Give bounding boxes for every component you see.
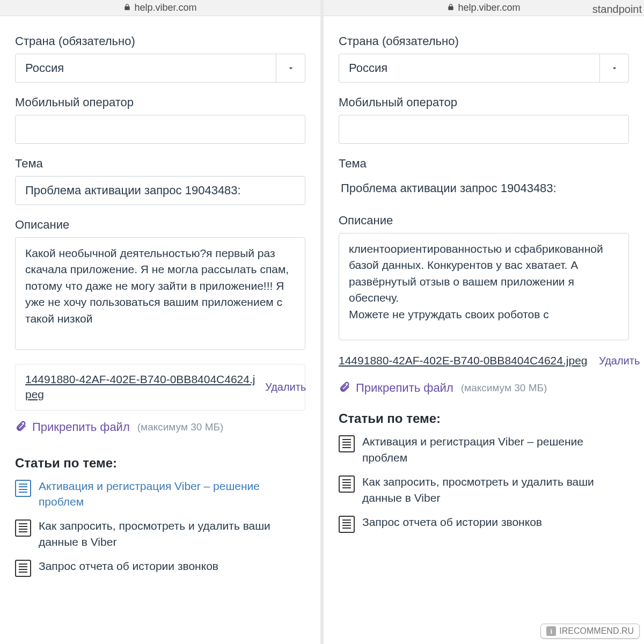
description-textarea[interactable]: [339, 233, 629, 340]
operator-label: Мобильный оператор: [15, 96, 305, 109]
chevron-down-icon[interactable]: [276, 54, 305, 82]
attachment-filename[interactable]: 14491880-42AF-402E-B740-0BB8404C4624.jpe…: [339, 353, 591, 368]
related-article[interactable]: Запрос отчета об истории звонков: [15, 558, 305, 577]
subject-input[interactable]: [15, 176, 305, 205]
url-text: help.viber.com: [134, 2, 196, 13]
country-select[interactable]: Россия: [339, 54, 629, 83]
country-label: Страна (обязательно): [15, 34, 305, 48]
attach-file-row[interactable]: Прикрепить файл (максимум 30 МБ): [15, 420, 305, 434]
country-select[interactable]: Россия: [15, 54, 305, 83]
related-article[interactable]: Как запросить, просмотреть и удалить ваш…: [339, 474, 629, 506]
related-title: Статьи по теме:: [15, 456, 305, 471]
related-article[interactable]: Запрос отчета об истории звонков: [339, 514, 629, 533]
operator-input[interactable]: [15, 115, 305, 144]
right-pane: help.viber.com Страна (обязательно) Росс…: [324, 0, 644, 644]
subject-input[interactable]: [339, 176, 629, 201]
form-content: Страна (обязательно) Россия Мобильный оп…: [0, 16, 320, 644]
attachment-filename[interactable]: 14491880-42AF-402E-B740-0BB8404C4624.jpe…: [25, 372, 258, 402]
article-title: Как запросить, просмотреть и удалить ваш…: [39, 518, 305, 550]
subject-label: Тема: [15, 157, 305, 171]
document-icon: [15, 560, 31, 577]
subject-label: Тема: [339, 157, 629, 171]
description-label: Описание: [339, 214, 629, 228]
article-title: Как запросить, просмотреть и удалить ваш…: [362, 474, 629, 506]
lock-icon: [447, 2, 458, 13]
attach-file-hint: (максимум 30 МБ): [137, 421, 224, 433]
attach-file-link[interactable]: Прикрепить файл: [356, 381, 453, 395]
info-icon: i: [546, 626, 556, 636]
attach-file-row[interactable]: Прикрепить файл (максимум 30 МБ): [339, 381, 629, 395]
document-icon: [339, 475, 355, 493]
document-icon: [15, 480, 31, 497]
delete-attachment-button[interactable]: Удалить: [265, 380, 295, 394]
article-title: Запрос отчета об истории звонков: [362, 514, 542, 530]
related-article[interactable]: Активация и регистрация Viber – решение …: [15, 478, 305, 510]
document-icon: [15, 519, 31, 537]
operator-label: Мобильный оператор: [339, 96, 629, 109]
left-pane: help.viber.com Страна (обязательно) Росс…: [0, 0, 320, 644]
delete-attachment-button[interactable]: Удалить: [599, 354, 629, 368]
paperclip-icon: [15, 420, 27, 434]
watermark-bottom: i IRECOMMEND.RU: [540, 624, 640, 639]
country-value: Россия: [16, 54, 276, 82]
country-label: Страна (обязательно): [339, 34, 629, 48]
document-icon: [339, 435, 355, 452]
chevron-down-icon[interactable]: [599, 54, 628, 82]
paperclip-icon: [339, 381, 350, 395]
article-title: Активация и регистрация Viber – решение …: [362, 434, 629, 465]
attachment-row: 14491880-42AF-402E-B740-0BB8404C4624.jpe…: [15, 364, 305, 411]
article-title: Запрос отчета об истории звонков: [39, 558, 218, 574]
description-label: Описание: [15, 218, 305, 232]
operator-input[interactable]: [339, 115, 629, 144]
description-textarea[interactable]: [15, 237, 305, 350]
related-article[interactable]: Активация и регистрация Viber – решение …: [339, 434, 629, 465]
related-article[interactable]: Как запросить, просмотреть и удалить ваш…: [15, 518, 305, 550]
document-icon: [339, 516, 355, 533]
address-bar: help.viber.com: [0, 0, 320, 16]
watermark-top: standpoint: [592, 3, 642, 16]
attach-file-link[interactable]: Прикрепить файл: [32, 420, 130, 434]
related-title: Статьи по теме:: [339, 411, 629, 426]
lock-icon: [123, 2, 134, 13]
watermark-text: IRECOMMEND.RU: [559, 626, 634, 636]
form-content: Страна (обязательно) Россия Мобильный оп…: [324, 16, 644, 644]
country-value: Россия: [339, 54, 599, 82]
attach-file-hint: (максимум 30 МБ): [461, 382, 547, 394]
article-title: Активация и регистрация Viber – решение …: [39, 478, 305, 510]
url-text: help.viber.com: [458, 2, 520, 13]
attachment-row: 14491880-42AF-402E-B740-0BB8404C4624.jpe…: [339, 350, 629, 371]
